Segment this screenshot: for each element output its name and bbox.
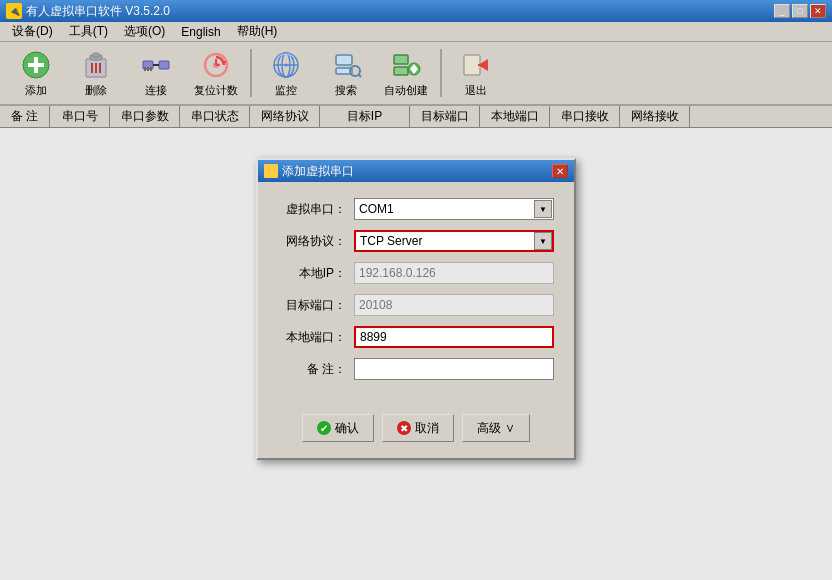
menu-device[interactable]: 设备(D) (4, 21, 61, 42)
svg-rect-30 (394, 67, 408, 75)
confirm-label: 确认 (335, 420, 359, 437)
exit-label: 退出 (465, 83, 487, 98)
confirm-button[interactable]: ✔ 确认 (302, 414, 374, 442)
close-button[interactable]: ✕ (810, 4, 826, 18)
search-icon (330, 49, 362, 81)
col-net-protocol: 网络协议 (250, 106, 320, 127)
confirm-icon: ✔ (317, 421, 331, 435)
col-target-ip: 目标IP (320, 106, 410, 127)
cancel-label: 取消 (415, 420, 439, 437)
reset-icon (200, 49, 232, 81)
maximize-button[interactable]: □ (792, 4, 808, 18)
net-protocol-select[interactable]: TCP Server TCP Client UDP (354, 230, 554, 252)
svg-rect-12 (144, 67, 146, 71)
dialog-body: 虚拟串口： COM1 COM2 COM3 ▼ 网络协议： (258, 182, 574, 406)
col-port-recv: 串口接收 (550, 106, 620, 127)
target-port-row: 目标端口： (278, 294, 554, 316)
dialog-overlay: 添加虚拟串口 ✕ 虚拟串口： COM1 COM2 COM3 ▼ (0, 128, 832, 580)
add-dialog: 添加虚拟串口 ✕ 虚拟串口： COM1 COM2 COM3 ▼ (256, 158, 576, 460)
svg-rect-10 (159, 61, 169, 69)
virtual-port-label: 虚拟串口： (278, 201, 346, 218)
search-label: 搜索 (335, 83, 357, 98)
connect-button[interactable]: 连接 (128, 45, 184, 101)
title-controls: _ □ ✕ (774, 4, 826, 18)
auto-create-label: 自动创建 (384, 83, 428, 98)
col-port-status: 串口状态 (180, 106, 250, 127)
connect-icon (140, 49, 172, 81)
delete-icon (80, 49, 112, 81)
dialog-icon (264, 164, 278, 178)
note-row: 备 注： (278, 358, 554, 380)
net-protocol-label: 网络协议： (278, 233, 346, 250)
delete-label: 删除 (85, 83, 107, 98)
menu-bar: 设备(D) 工具(T) 选项(O) English 帮助(H) (0, 22, 832, 42)
virtual-port-row: 虚拟串口： COM1 COM2 COM3 ▼ (278, 198, 554, 220)
app-icon: 🔌 (6, 3, 22, 19)
note-label: 备 注： (278, 361, 346, 378)
note-input[interactable] (354, 358, 554, 380)
monitor-icon (270, 49, 302, 81)
net-protocol-row: 网络协议： TCP Server TCP Client UDP ▼ (278, 230, 554, 252)
toolbar: 添加 删除 连接 (0, 42, 832, 106)
advanced-label: 高级 ∨ (477, 420, 514, 437)
col-local-port: 本地端口 (480, 106, 550, 127)
title-bar: 🔌 有人虚拟串口软件 V3.5.2.0 _ □ ✕ (0, 0, 832, 22)
dialog-title-bar: 添加虚拟串口 ✕ (258, 160, 574, 182)
local-ip-input (354, 262, 554, 284)
menu-options[interactable]: 选项(O) (116, 21, 173, 42)
target-port-input (354, 294, 554, 316)
monitor-label: 监控 (275, 83, 297, 98)
monitor-button[interactable]: 监控 (258, 45, 314, 101)
reset-button[interactable]: 复位计数 (188, 45, 244, 101)
add-label: 添加 (25, 83, 47, 98)
virtual-port-select-wrap: COM1 COM2 COM3 ▼ (354, 198, 554, 220)
svg-rect-33 (464, 55, 480, 75)
col-port-param: 串口参数 (110, 106, 180, 127)
main-content: 添加虚拟串口 ✕ 虚拟串口： COM1 COM2 COM3 ▼ (0, 128, 832, 580)
cancel-icon: ✖ (397, 421, 411, 435)
col-target-port: 目标端口 (410, 106, 480, 127)
connect-label: 连接 (145, 83, 167, 98)
cancel-button[interactable]: ✖ 取消 (382, 414, 454, 442)
col-note: 备 注 (0, 106, 50, 127)
svg-rect-29 (394, 55, 408, 64)
local-port-row: 本地端口： (278, 326, 554, 348)
target-port-label: 目标端口： (278, 297, 346, 314)
add-button[interactable]: 添加 (8, 45, 64, 101)
exit-button[interactable]: 退出 (448, 45, 504, 101)
svg-rect-13 (147, 67, 149, 71)
svg-rect-2 (28, 63, 44, 67)
col-port-num: 串口号 (50, 106, 110, 127)
dialog-close-button[interactable]: ✕ (552, 164, 568, 178)
svg-rect-14 (150, 67, 152, 71)
menu-tools[interactable]: 工具(T) (61, 21, 116, 42)
auto-create-button[interactable]: 自动创建 (378, 45, 434, 101)
dialog-footer: ✔ 确认 ✖ 取消 高级 ∨ (258, 406, 574, 458)
menu-english[interactable]: English (173, 23, 228, 41)
local-ip-label: 本地IP： (278, 265, 346, 282)
exit-icon (460, 49, 492, 81)
col-net-recv: 网络接收 (620, 106, 690, 127)
search-button[interactable]: 搜索 (318, 45, 374, 101)
separator-1 (250, 49, 252, 97)
svg-line-28 (359, 74, 362, 77)
add-icon (20, 49, 52, 81)
local-port-label: 本地端口： (278, 329, 346, 346)
minimize-button[interactable]: _ (774, 4, 790, 18)
svg-rect-5 (93, 53, 99, 57)
window-title: 有人虚拟串口软件 V3.5.2.0 (26, 3, 170, 20)
local-port-input[interactable] (354, 326, 554, 348)
table-header: 备 注 串口号 串口参数 串口状态 网络协议 目标IP 目标端口 本地端口 串口… (0, 106, 832, 128)
svg-point-24 (285, 63, 288, 66)
menu-help[interactable]: 帮助(H) (229, 21, 286, 42)
net-protocol-select-wrap: TCP Server TCP Client UDP ▼ (354, 230, 554, 252)
local-ip-row: 本地IP： (278, 262, 554, 284)
delete-button[interactable]: 删除 (68, 45, 124, 101)
virtual-port-select[interactable]: COM1 COM2 COM3 (354, 198, 554, 220)
separator-2 (440, 49, 442, 97)
advanced-button[interactable]: 高级 ∨ (462, 414, 529, 442)
reset-label: 复位计数 (194, 83, 238, 98)
svg-rect-25 (336, 55, 352, 65)
dialog-title-text: 添加虚拟串口 (282, 163, 354, 180)
auto-create-icon (390, 49, 422, 81)
